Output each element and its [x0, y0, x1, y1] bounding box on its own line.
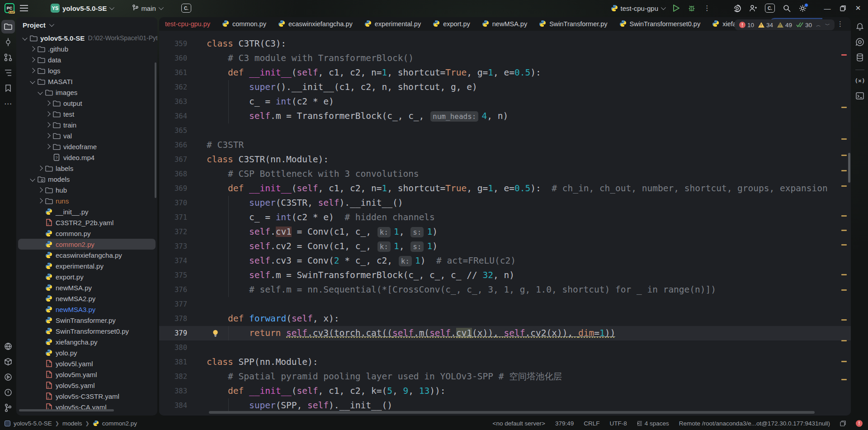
editor-vertical-scrollbar[interactable]	[848, 153, 850, 183]
chevron-right-icon[interactable]	[44, 112, 52, 116]
chevron-right-icon[interactable]	[44, 123, 52, 127]
ai-assistant-tool-icon[interactable]	[853, 35, 867, 49]
code-line-371[interactable]: 371 c_ = int(c2 * e) # hidden channels	[159, 210, 851, 225]
tree-item-logs[interactable]: logs	[16, 65, 157, 76]
tree-item-val[interactable]: val	[16, 130, 157, 141]
warning-stripe-mark[interactable]	[841, 319, 847, 321]
tree-item-models[interactable]: models	[16, 174, 157, 184]
tab-ecaswinxiefangcha.py[interactable]: ecaswinxiefangcha.py	[272, 17, 359, 31]
error-stripe[interactable]	[839, 33, 851, 416]
terminal-button[interactable]: C.	[762, 2, 778, 14]
version-control-tool-icon[interactable]	[1, 401, 15, 415]
breadcrumb-folder[interactable]: models	[62, 420, 82, 427]
code-with-me-button[interactable]: C.	[179, 2, 194, 14]
project-horizontal-scrollbar[interactable]	[19, 409, 114, 411]
code-line-370[interactable]: 370 super(C3STR, self).__init__()	[159, 196, 851, 210]
code-line-362[interactable]: 362 super().__init__(c1, c2, n, shortcut…	[159, 80, 851, 95]
breadcrumb-project[interactable]: yolov5-5.0-SE	[14, 420, 52, 427]
code-line-375[interactable]: 375 self.m = SwinTransformerBlock(c_, c_…	[159, 268, 851, 283]
warning-stripe-mark[interactable]	[841, 138, 847, 140]
code-line-382[interactable]: 382 # Spatial pyramid pooling layer used…	[159, 369, 851, 384]
terminal-tool-icon[interactable]	[853, 89, 867, 103]
endpoints-tool-icon[interactable]	[1, 340, 15, 353]
chevron-right-icon[interactable]	[44, 145, 52, 148]
breadcrumb-file[interactable]: common2.py	[102, 420, 137, 427]
tree-item-newMSA3.py[interactable]: newMSA3.py	[16, 304, 157, 315]
minimize-button[interactable]: —	[821, 2, 834, 14]
packages-tool-icon[interactable]	[1, 355, 15, 369]
code-line-369[interactable]: 369 def __init__(self, c1, c2, n=1, shor…	[159, 181, 851, 196]
code-line-359[interactable]: 359class C3TR(C3):	[159, 37, 851, 51]
code-line-365[interactable]: 365	[159, 123, 851, 138]
indent-widget[interactable]: 4 spaces	[637, 420, 669, 427]
chevron-right-icon[interactable]	[36, 166, 44, 170]
code-line-378[interactable]: 378 def forward(self, x):	[159, 312, 851, 326]
settings-button[interactable]	[796, 2, 809, 14]
tree-item-train[interactable]: train	[16, 119, 157, 130]
tree-item-__init__.py[interactable]: __init__.py	[16, 206, 157, 217]
code-line-364[interactable]: 364 self.m = TransformerBlock(c_, c_, nu…	[159, 109, 851, 123]
tab-common.py[interactable]: common.py	[216, 17, 272, 31]
tree-item-images[interactable]: images	[16, 87, 157, 98]
chevron-right-icon[interactable]	[36, 188, 44, 192]
warning-stripe-mark[interactable]	[841, 274, 847, 275]
search-everywhere-button[interactable]	[780, 2, 793, 14]
warning-stripe-mark[interactable]	[841, 340, 847, 341]
code-line-379[interactable]: 379 return self.cv3(torch.cat((self.m(se…	[159, 326, 851, 340]
tree-item-yolov5l.yaml[interactable]: yyolov5l.yaml	[16, 358, 157, 369]
more-run-actions-button[interactable]: ⋮	[701, 2, 713, 14]
tree-item-hub[interactable]: hub	[16, 184, 157, 195]
notifications-icon[interactable]	[853, 20, 867, 33]
invite-collaborator-button[interactable]	[746, 2, 760, 14]
chevron-right-icon[interactable]	[44, 101, 52, 105]
interpreter-widget[interactable]: Remote /root/anaconda3/e...ot@172.30.0.1…	[679, 420, 830, 427]
bookmarks-tool-icon[interactable]	[1, 81, 15, 95]
project-selector[interactable]: YS yolov5-5.0-SE	[48, 2, 116, 14]
tree-item-experimental.py[interactable]: experimental.py	[16, 260, 157, 271]
tree-item-MASATI[interactable]: MASATI	[16, 76, 157, 87]
warning-stripe-mark[interactable]	[841, 230, 847, 231]
structure-tool-icon[interactable]	[1, 66, 15, 80]
tree-item-newMSA2.py[interactable]: newMSA2.py	[16, 293, 157, 304]
floating-window-icon[interactable]	[840, 421, 846, 426]
tree-item-xiefangcha.py[interactable]: xiefangcha.py	[16, 336, 157, 347]
project-vertical-scrollbar[interactable]	[155, 62, 156, 198]
chevron-right-icon[interactable]	[28, 69, 37, 72]
prev-issue-icon[interactable]: ︿	[816, 22, 821, 28]
code-line-367[interactable]: 367class C3STR(nn.Module):	[159, 152, 851, 167]
tree-item-SwinTransformer.py[interactable]: SwinTransformer.py	[16, 315, 157, 326]
python-console-tool-icon[interactable]: (×)	[853, 74, 867, 87]
warning-stripe-mark[interactable]	[841, 244, 847, 246]
tree-item-videoframe[interactable]: videoframe	[16, 141, 157, 152]
tab-newMSA.py[interactable]: newMSA.py	[476, 17, 533, 31]
warning-stripe-mark[interactable]	[841, 185, 847, 187]
tab-export.py[interactable]: export.py	[427, 17, 476, 31]
next-issue-icon[interactable]: ﹀	[825, 22, 830, 28]
tree-item-yolov5-5.0-SE[interactable]: yolov5-5.0-SED:\02-WorkSpace\01-Python	[16, 33, 157, 43]
tree-item-data[interactable]: data	[16, 54, 157, 65]
tree-item-output[interactable]: output	[16, 98, 157, 109]
warning-stripe-mark[interactable]	[841, 107, 847, 108]
code-line-376[interactable]: 376 # self.m = nn.Sequential(*[CrossConv…	[159, 283, 851, 297]
problems-tool-icon[interactable]	[1, 386, 15, 399]
chevron-down-icon[interactable]	[28, 80, 37, 83]
chevron-right-icon[interactable]	[36, 199, 44, 203]
tree-item-yolov5m.yaml[interactable]: yyolov5m.yaml	[16, 369, 157, 380]
tab-test-cpu-gpu.py[interactable]: test-cpu-gpu.py	[159, 17, 216, 31]
debug-button[interactable]	[685, 2, 698, 14]
restore-button[interactable]	[836, 2, 849, 14]
tree-item-.github[interactable]: .github	[16, 43, 157, 54]
tree-item-ecaswinxiefangcha.py[interactable]: ecaswinxiefangcha.py	[16, 250, 157, 260]
close-button[interactable]: ✕	[852, 2, 864, 14]
chevron-down-icon[interactable]	[36, 90, 44, 94]
tab-options-icon[interactable]: ⋮	[837, 20, 844, 28]
notification-error-icon[interactable]: !	[856, 420, 863, 427]
code-line-373[interactable]: 373 self.cv2 = Conv(c1, c_, k:1, s:1)	[159, 239, 851, 254]
tab-SwinTransformerset0.py[interactable]: SwinTransformerset0.py	[613, 17, 707, 31]
code-editor[interactable]: 359class C3TR(C3):360 # C3 module with T…	[159, 31, 851, 416]
encoding-widget[interactable]: UTF-8	[610, 420, 627, 427]
tree-item-C3STR2_P2b.yaml[interactable]: yC3STR2_P2b.yaml	[16, 217, 157, 228]
chevron-down-icon[interactable]	[21, 36, 29, 40]
commit-tool-icon[interactable]	[1, 35, 15, 49]
tree-item-yolov5s-C3STR.yaml[interactable]: yyolov5s-C3STR.yaml	[16, 391, 157, 402]
